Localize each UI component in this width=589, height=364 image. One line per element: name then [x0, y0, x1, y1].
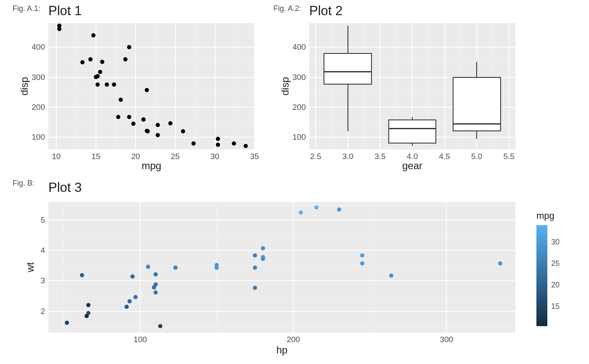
- scatter-point: [133, 295, 138, 299]
- x-tick-label: 100: [134, 335, 147, 344]
- scatter-point: [146, 265, 150, 269]
- scatter-point: [65, 321, 69, 325]
- box: [324, 53, 372, 84]
- plot2-xlabel: gear: [309, 160, 515, 172]
- plot3-xlabel: hp: [48, 344, 515, 356]
- box: [388, 120, 437, 144]
- plot1-xlabel: mpg: [48, 160, 255, 172]
- scatter-point: [88, 57, 93, 61]
- scatter-point: [100, 60, 104, 64]
- fig-b-title: Plot 3: [48, 180, 82, 195]
- y-tick-label: 300: [32, 73, 45, 82]
- y-tick-label: 3: [40, 276, 45, 285]
- scatter-point: [145, 88, 149, 92]
- scatter-point: [98, 70, 102, 74]
- scatter-point: [389, 274, 393, 278]
- scatter-point: [123, 57, 127, 61]
- scatter-point: [215, 266, 219, 270]
- legend-tick-label: 25: [551, 259, 560, 268]
- scatter-point: [232, 141, 236, 146]
- fig-a2-tag: Fig. A.2:: [273, 4, 301, 13]
- scatter-point: [141, 117, 146, 122]
- fig-b-tag: Fig. B:: [13, 179, 34, 188]
- x-tick-label: 300: [440, 335, 453, 344]
- scatter-point: [86, 303, 90, 307]
- scatter-point: [158, 324, 162, 328]
- scatter-point: [145, 129, 149, 133]
- scatter-point: [130, 274, 135, 279]
- scatter-point: [216, 137, 220, 141]
- scatter-point: [261, 255, 265, 259]
- scatter-point: [156, 123, 160, 127]
- scatter-point: [80, 273, 84, 277]
- scatter-point: [253, 253, 257, 258]
- scatter-point: [116, 115, 120, 119]
- y-tick-label: 400: [32, 43, 45, 52]
- scatter-point: [168, 121, 172, 125]
- scatter-point: [96, 82, 100, 87]
- fig-a1-tag: Fig. A.1:: [13, 4, 40, 13]
- x-tick-label: 200: [287, 335, 300, 344]
- scatter-point: [119, 98, 123, 102]
- y-tick-label: 4: [40, 246, 45, 255]
- scatter-point: [244, 144, 248, 148]
- y-tick-label: 100: [32, 133, 45, 142]
- scatter-point: [314, 205, 318, 210]
- fig-a2-title: Plot 2: [309, 3, 342, 19]
- scatter-point: [86, 311, 90, 315]
- y-tick-label: 300: [292, 73, 306, 82]
- plot3-ylabel: wt: [24, 202, 36, 332]
- scatter-point: [131, 122, 135, 126]
- scatter-point: [253, 286, 257, 290]
- legend-tick-label: 30: [551, 237, 560, 246]
- scatter-point: [94, 75, 98, 79]
- y-tick-label: 200: [292, 103, 306, 112]
- scatter-point: [125, 305, 129, 309]
- scatter-point: [105, 82, 109, 87]
- plot1-ylabel: disp: [19, 23, 30, 149]
- y-tick-label: 400: [292, 43, 306, 52]
- scatter-point: [191, 141, 196, 146]
- scatter-point: [181, 129, 185, 133]
- scatter-point: [360, 261, 364, 266]
- plot2-panel: [309, 23, 515, 149]
- scatter-point: [261, 246, 265, 250]
- scatter-point: [127, 45, 131, 49]
- scatter-point: [498, 261, 502, 266]
- plot2-ylabel: disp: [279, 23, 291, 149]
- scatter-point: [173, 266, 178, 270]
- scatter-point: [337, 207, 341, 212]
- legend-colorbar: [536, 225, 547, 326]
- legend-tick-label: 15: [551, 302, 560, 311]
- y-tick-label: 200: [32, 103, 45, 112]
- scatter-point: [91, 33, 96, 37]
- scatter-point: [127, 115, 131, 119]
- scatter-point: [112, 82, 116, 87]
- scatter-point: [216, 143, 220, 147]
- plot3-panel: [48, 202, 515, 332]
- y-tick-label: 2: [40, 307, 45, 316]
- y-tick-label: 100: [292, 133, 306, 142]
- fig-a1-title: Plot 1: [48, 3, 82, 19]
- y-tick-label: 5: [40, 215, 45, 225]
- scatter-point: [80, 60, 85, 64]
- scatter-point: [152, 285, 156, 290]
- scatter-point: [156, 133, 160, 137]
- scatter-point: [253, 266, 257, 270]
- legend-title: mpg: [536, 210, 555, 221]
- scatter-point: [299, 210, 303, 215]
- scatter-point: [57, 27, 61, 31]
- scatter-point: [154, 272, 158, 276]
- scatter-point: [127, 299, 132, 303]
- plot1-panel: [48, 23, 255, 149]
- scatter-point: [360, 253, 364, 258]
- scatter-point: [154, 290, 158, 295]
- legend-tick-label: 20: [551, 280, 560, 289]
